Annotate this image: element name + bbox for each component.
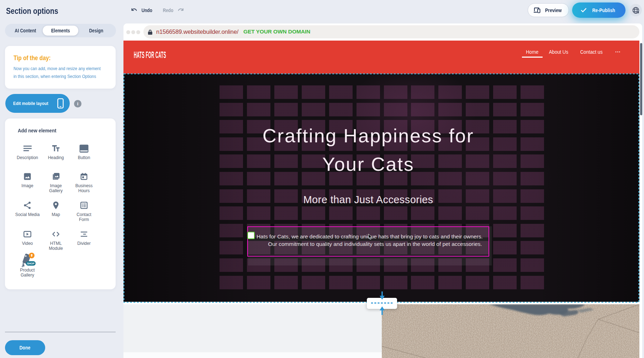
svg-text:SHOP: SHOP: [27, 262, 35, 265]
